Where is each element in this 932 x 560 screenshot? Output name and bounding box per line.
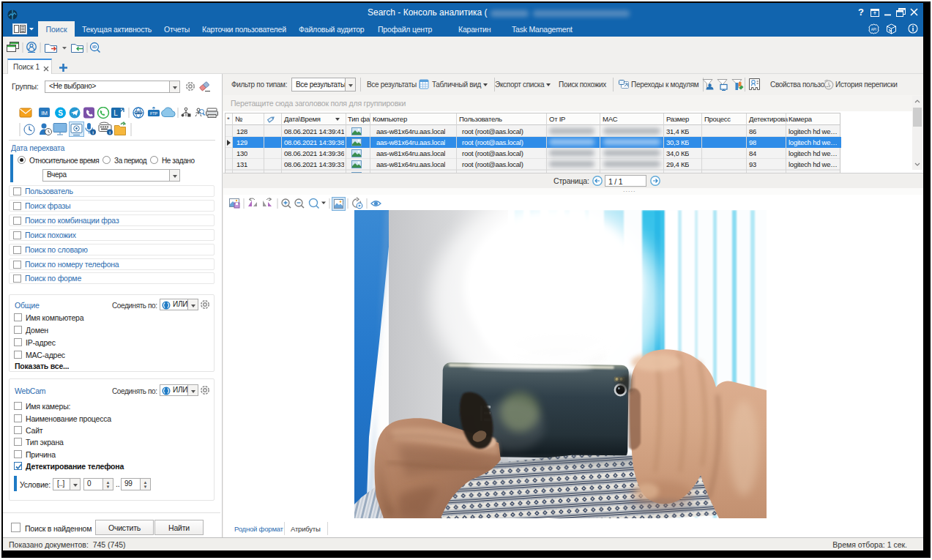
svg-text:S: S bbox=[58, 109, 63, 117]
svg-text:ID: ID bbox=[92, 45, 97, 49]
svg-text:L: L bbox=[113, 109, 118, 117]
svg-text:HTTP: HTTP bbox=[135, 111, 142, 114]
svg-text:IM: IM bbox=[41, 110, 48, 116]
svg-text:FTP: FTP bbox=[150, 111, 157, 116]
svg-text:API: API bbox=[871, 28, 876, 31]
